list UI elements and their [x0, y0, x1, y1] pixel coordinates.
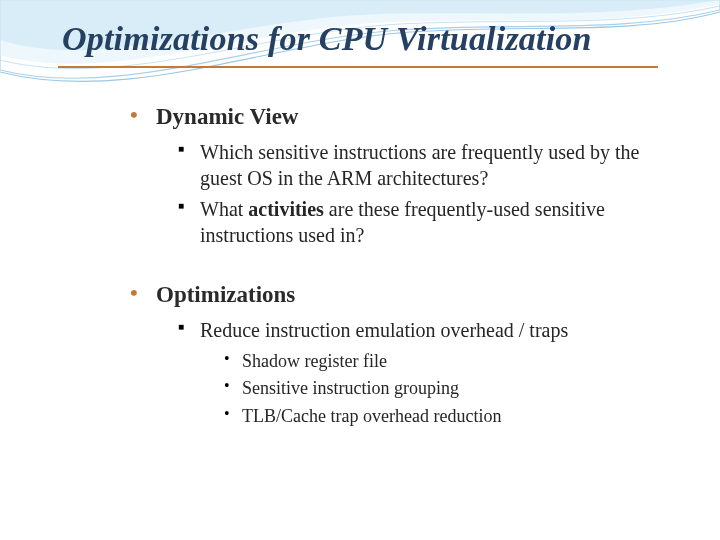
- bullet-text: Reduce instruction emulation overhead / …: [200, 319, 568, 341]
- bullet-item: Sensitive instruction grouping: [224, 377, 640, 400]
- bullet-list-level2: Which sensitive instructions are frequen…: [156, 140, 640, 248]
- bullet-item: Reduce instruction emulation overhead / …: [178, 318, 640, 428]
- section-heading: Dynamic View: [156, 104, 298, 129]
- bullet-item: TLB/Cache trap overhead reduction: [224, 405, 640, 428]
- section-heading: Optimizations: [156, 282, 295, 307]
- bullet-item: Which sensitive instructions are frequen…: [178, 140, 640, 191]
- section-dynamic-view: Dynamic View Which sensitive instruction…: [130, 104, 640, 248]
- bullet-item: What activities are these frequently-use…: [178, 197, 640, 248]
- slide-content: Dynamic View Which sensitive instruction…: [0, 68, 720, 428]
- section-optimizations: Optimizations Reduce instruction emulati…: [130, 282, 640, 428]
- bullet-list-level2: Reduce instruction emulation overhead / …: [156, 318, 640, 428]
- bullet-list-level3: Shadow register file Sensitive instructi…: [200, 350, 640, 428]
- bullet-item: Shadow register file: [224, 350, 640, 373]
- slide-title: Optimizations for CPU Virtualization: [0, 0, 720, 64]
- slide: Optimizations for CPU Virtualization Dyn…: [0, 0, 720, 540]
- bullet-list-level1: Dynamic View Which sensitive instruction…: [130, 104, 640, 428]
